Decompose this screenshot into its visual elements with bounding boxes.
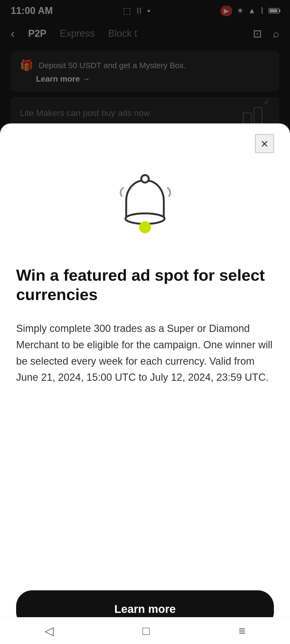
nav-menu-icon[interactable]: ≡ xyxy=(239,624,246,638)
nav-back-icon[interactable]: ◁ xyxy=(45,624,54,638)
bottom-nav: ◁ □ ≡ xyxy=(0,617,290,644)
nav-home-icon[interactable]: □ xyxy=(143,624,150,638)
bell-illustration xyxy=(16,169,274,244)
modal-title: Win a featured ad spot for select curren… xyxy=(16,266,274,304)
modal-sheet: × Win a featured ad spot for select curr… xyxy=(0,123,290,644)
close-button[interactable]: × xyxy=(255,134,274,153)
modal-description: Simply complete 300 trades as a Super or… xyxy=(16,320,274,574)
svg-point-4 xyxy=(141,175,149,182)
svg-point-6 xyxy=(139,221,151,233)
